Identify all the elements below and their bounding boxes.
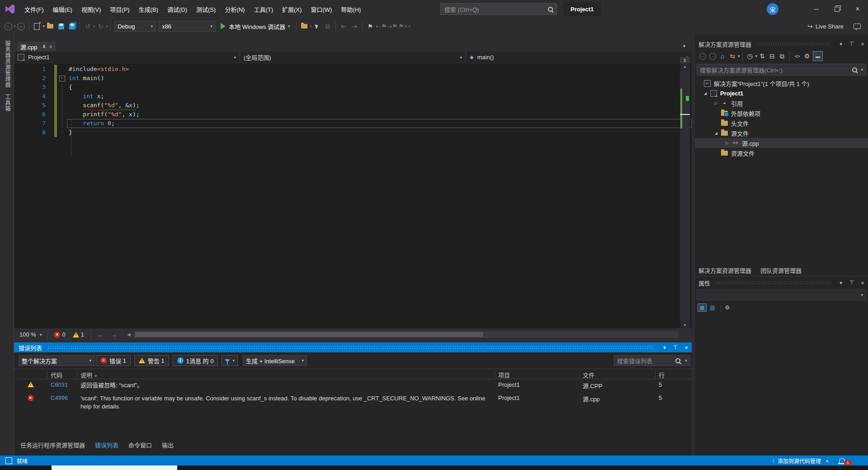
pin-icon[interactable]: ⊤ <box>846 280 857 286</box>
code-line-4[interactable]: 4 int x; <box>14 92 692 101</box>
error-code-link[interactable]: C4996 <box>47 394 77 401</box>
column-header-description[interactable]: 说明 ▼ <box>80 370 98 379</box>
switch-views-icon[interactable]: ⇆ <box>727 51 737 62</box>
user-avatar[interactable]: 宋 <box>767 3 778 15</box>
project-dropdown[interactable]: Project1 ▾ <box>14 52 240 63</box>
navigate-forward-issue-icon[interactable]: → <box>111 331 117 338</box>
panel-tab-输出[interactable]: 输出 <box>162 441 174 449</box>
menu-item-10[interactable]: 窗口(W) <box>306 5 336 14</box>
copy-button[interactable]: ⧉ <box>322 21 333 32</box>
pin-icon[interactable] <box>42 45 46 49</box>
tree-item-源文件[interactable]: ◢源文件 <box>695 128 868 138</box>
background-tasks-icon[interactable] <box>5 457 12 464</box>
back-button[interactable]: ← <box>698 51 708 62</box>
error-row-C4996[interactable]: ×C4996'scanf': This function or variable… <box>14 392 692 413</box>
solution-explorer-title-bar[interactable]: 解决方案资源管理器 ▾ ⊤ × <box>695 38 868 50</box>
live-share-button[interactable]: ↪ Live Share <box>807 23 861 30</box>
window-position-chevron-icon[interactable]: ▾ <box>835 41 846 47</box>
zoom-dropdown[interactable]: 100 % ▾ <box>16 331 45 338</box>
open-file-button[interactable] <box>45 21 56 32</box>
toolbox-vertical-tab[interactable]: 工具箱 <box>4 94 11 112</box>
code-line-6[interactable]: 6 printf("%d", x); <box>14 110 692 119</box>
collapse-chevron-icon[interactable]: ▲ <box>826 459 829 463</box>
solution-explorer-search-box[interactable]: 搜索解决方案资源管理器(Ctrl+;) ▾ <box>697 64 866 76</box>
save-button[interactable] <box>56 21 66 32</box>
filter-button[interactable]: ▾ <box>222 355 238 366</box>
tree-item-头文件[interactable]: 头文件 <box>695 118 868 128</box>
scope-filter-dropdown[interactable]: 整个解决方案▾ <box>19 355 94 366</box>
menu-item-6[interactable]: 测试(S) <box>192 5 220 14</box>
start-debugging-button[interactable]: 本地 Windows 调试器 ▾ <box>217 22 294 31</box>
window-position-chevron-icon[interactable]: ▾ <box>659 345 670 351</box>
expanded-arrow-icon[interactable]: ◢ <box>702 91 708 95</box>
error-code-link[interactable]: C6031 <box>47 381 77 388</box>
save-all-button[interactable] <box>66 21 77 32</box>
menu-item-1[interactable]: 编辑(E) <box>48 5 77 14</box>
pin-icon[interactable]: ⊤ <box>846 41 857 47</box>
redo-button[interactable]: ↻ <box>95 21 106 32</box>
previous-bookmark-button[interactable]: ⇠⚑ <box>376 21 387 32</box>
source-filter-dropdown[interactable]: 生成 + IntelliSense▾ <box>243 355 307 366</box>
code-line-1[interactable]: 1#include<stdio.h> <box>14 65 692 74</box>
editor-horizontal-scrollbar[interactable] <box>133 331 678 338</box>
column-header-project[interactable]: 项目 <box>498 370 510 379</box>
column-header-code[interactable]: 代码 <box>51 370 62 379</box>
attach-to-process-button[interactable] <box>299 21 310 32</box>
toggle-bookmark-button[interactable]: ⚑ <box>365 21 376 32</box>
error-list-title-bar[interactable]: 错误列表 ▾ ⊤ × <box>14 342 692 352</box>
forward-button[interactable]: → <box>708 51 717 62</box>
navigate-back-button[interactable]: ← <box>3 21 14 32</box>
panel-tab-错误列表[interactable]: 错误列表 <box>95 441 118 449</box>
next-bookmark-button[interactable]: ⇢⚑ <box>387 21 397 32</box>
menu-item-0[interactable]: 文件(F) <box>20 5 48 14</box>
errors-filter-button[interactable]: × 错误 1 <box>96 355 131 366</box>
column-header-line[interactable]: 行 <box>659 370 665 379</box>
tab-close-icon[interactable]: × <box>49 43 53 50</box>
menu-item-5[interactable]: 调试(D) <box>163 5 192 14</box>
switch-views-chevron-icon[interactable]: ▾ <box>738 54 740 58</box>
properties-object-dropdown[interactable]: ▾ <box>697 290 866 300</box>
explorer-tab-团队资源管理器[interactable]: 团队资源管理器 <box>760 266 802 275</box>
tree-item-解决方案“Project1”(1 个项目/共 1 个)[interactable]: ∞解决方案“Project1”(1 个项目/共 1 个) <box>695 78 868 88</box>
fold-margin[interactable]: − <box>57 74 67 83</box>
method-dropdown[interactable]: ◆ main() ▾ <box>466 52 692 63</box>
column-header-file[interactable]: 文件 <box>583 370 594 379</box>
close-icon[interactable]: × <box>857 41 868 47</box>
menu-item-2[interactable]: 视图(V) <box>77 5 105 14</box>
solution-platform-dropdown[interactable]: x86▾ <box>159 21 216 32</box>
document-tab[interactable]: 源.cpp × <box>17 42 56 52</box>
new-file-button[interactable] <box>32 21 42 32</box>
view-code-icon[interactable]: <> <box>792 51 802 62</box>
minimize-button[interactable] <box>806 0 826 18</box>
collapse-all-icon[interactable]: ⊟ <box>767 51 777 62</box>
property-pages-wrench-icon[interactable]: ⚙ <box>723 304 731 311</box>
tree-item-引用[interactable]: ▷▪▪引用 <box>695 98 868 108</box>
collapsed-arrow-icon[interactable]: ▷ <box>724 141 730 145</box>
tree-item-Project1[interactable]: ◢Project1 <box>695 88 868 98</box>
close-icon[interactable]: × <box>857 280 868 286</box>
expanded-arrow-icon[interactable]: ◢ <box>713 131 719 135</box>
home-icon[interactable]: ⌂ <box>717 51 727 62</box>
panel-tab-任务运行程序资源管理器[interactable]: 任务运行程序资源管理器 <box>20 441 85 449</box>
sync-with-active-document-icon[interactable]: ⇅ <box>757 51 767 62</box>
code-line-2[interactable]: 2−int main() <box>14 74 692 83</box>
tree-item-外部依赖项[interactable]: 外部依赖项 <box>695 108 868 118</box>
code-line-8[interactable]: 8└} <box>14 128 692 137</box>
tree-item-源.cpp[interactable]: ▷++源.cpp <box>695 138 868 148</box>
scroll-down-icon[interactable]: ▼ <box>680 323 690 328</box>
messages-filter-button[interactable]: i 1消息 的 0 <box>173 355 218 366</box>
split-editor-handle[interactable]: ⇕ <box>680 57 690 63</box>
scrollbar-track[interactable] <box>680 71 690 321</box>
hscroll-left-icon[interactable]: ◀ <box>127 332 131 337</box>
explorer-tab-解决方案资源管理器[interactable]: 解决方案资源管理器 <box>698 266 751 275</box>
selection-cursor-button[interactable] <box>311 21 322 32</box>
code-line-5[interactable]: 5 scanf("%d", &x); <box>14 101 692 110</box>
categorized-view-icon[interactable]: ▦ <box>698 304 707 312</box>
collapsed-arrow-icon[interactable]: ▷ <box>713 101 719 105</box>
error-list-search-box[interactable]: 搜索错误列表 ▾ <box>614 355 690 366</box>
panel-tab-命令窗口[interactable]: 命令窗口 <box>128 441 152 449</box>
properties-pages-icon[interactable]: ⧉ <box>777 51 787 62</box>
warnings-filter-button[interactable]: 警告 1 <box>134 355 169 366</box>
properties-title-bar[interactable]: 属性 ▾ ⊤ × <box>695 277 868 289</box>
redo-chevron-icon[interactable]: ▾ <box>106 24 108 28</box>
